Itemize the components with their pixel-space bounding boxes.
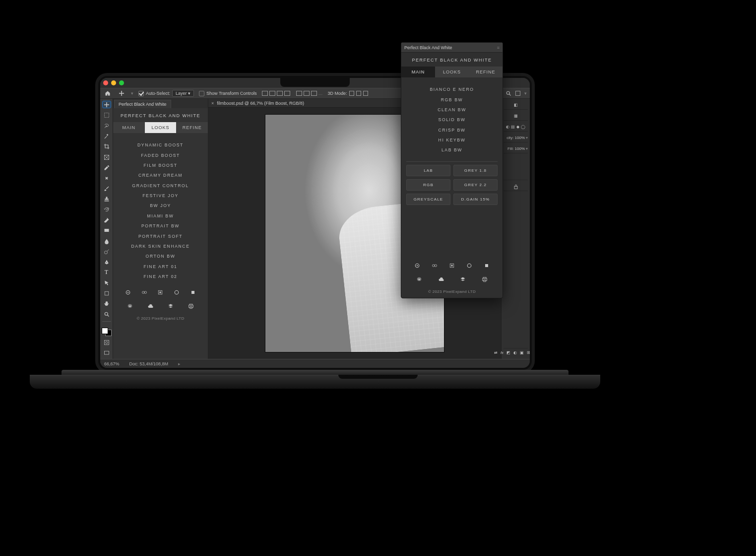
align-icon[interactable] xyxy=(269,91,275,96)
document-tab[interactable]: × filmboost.psd @ 66,7% (Film Boost, RGB… xyxy=(211,101,304,106)
crop-tool-icon[interactable] xyxy=(102,143,111,150)
workspace-icon[interactable] xyxy=(515,91,520,96)
hand-tool-icon[interactable] xyxy=(102,300,111,308)
circle-dot-icon[interactable] xyxy=(125,289,131,295)
bw-method-item[interactable]: SOLID BW xyxy=(401,115,503,125)
align-icon[interactable] xyxy=(284,91,290,96)
tab-looks[interactable]: LOOKS xyxy=(435,67,469,77)
color-panel-icon[interactable]: ◧ xyxy=(504,101,528,110)
look-item[interactable]: PORTRAIT SOFT xyxy=(113,231,208,241)
group-icon[interactable]: ▣ xyxy=(520,350,524,355)
colorspace-button[interactable]: D.GAIN 15% xyxy=(453,194,498,205)
colorspace-button[interactable]: RGB xyxy=(406,179,450,191)
orbit-icon[interactable] xyxy=(349,91,354,96)
distribute-icon[interactable] xyxy=(304,91,310,96)
align-icon[interactable] xyxy=(262,91,268,96)
swatches-panel-icon[interactable]: ▦ xyxy=(504,112,528,121)
stop-icon[interactable] xyxy=(190,289,196,295)
dolly-icon[interactable] xyxy=(363,91,368,96)
link-icon[interactable]: ⇄ xyxy=(494,350,498,355)
opacity-row[interactable]: city:100%▾ xyxy=(504,134,528,142)
float-titlebar[interactable]: Perfect Black And White ≡ xyxy=(401,43,503,53)
eyedropper-tool-icon[interactable] xyxy=(102,164,111,171)
panel-menu-icon[interactable]: ≡ xyxy=(497,45,500,50)
close-icon[interactable]: × xyxy=(211,101,214,106)
foreground-background-swatch[interactable] xyxy=(102,328,112,336)
dodge-tool-icon[interactable] xyxy=(102,248,111,255)
look-item[interactable]: FILM BOOST xyxy=(113,160,208,170)
look-item[interactable]: BW JOY xyxy=(113,201,208,210)
print-icon[interactable] xyxy=(188,303,194,309)
adjustments-row[interactable]: ◐▤◆◯ xyxy=(504,123,528,132)
bw-method-item[interactable]: RGB BW xyxy=(401,94,503,104)
tab-looks[interactable]: LOOKS xyxy=(145,122,177,133)
square-dot-icon[interactable] xyxy=(157,289,163,295)
gear-icon[interactable] xyxy=(127,303,133,309)
look-item[interactable]: DARK SKIN ENHANCE xyxy=(113,241,208,251)
stamp-tool-icon[interactable] xyxy=(102,195,111,203)
print-icon[interactable] xyxy=(482,277,488,282)
circle-dot-icon[interactable] xyxy=(414,263,420,269)
layers-thumb[interactable] xyxy=(504,155,528,180)
wand-tool-icon[interactable] xyxy=(102,133,111,140)
lock-icon[interactable] xyxy=(504,182,528,191)
look-item[interactable]: FADED BOOST xyxy=(113,150,208,160)
layers-icon[interactable] xyxy=(460,277,466,282)
pen-tool-icon[interactable] xyxy=(102,258,111,266)
search-icon[interactable] xyxy=(505,90,511,96)
home-icon[interactable] xyxy=(103,89,112,98)
ring-icon[interactable] xyxy=(466,263,472,269)
look-item[interactable]: FESTIVE JOY xyxy=(113,191,208,201)
look-item[interactable]: DYNAMIC BOOST xyxy=(113,140,208,150)
look-item[interactable]: MIAMI BW xyxy=(113,211,208,221)
link-icon[interactable] xyxy=(432,263,438,269)
look-item[interactable]: ORTON BW xyxy=(113,251,208,261)
panel-tab-pbw[interactable]: Perfect Black And White xyxy=(114,100,171,108)
auto-select-dropdown[interactable]: Layer ▾ xyxy=(172,90,194,97)
fx-icon[interactable]: fx xyxy=(501,350,504,355)
align-icon[interactable] xyxy=(277,91,283,96)
blur-tool-icon[interactable] xyxy=(102,237,111,245)
colorspace-button[interactable]: GREY 1.8 xyxy=(453,165,498,176)
shape-tool-icon[interactable] xyxy=(102,290,111,297)
bw-method-item[interactable]: CRISP BW xyxy=(401,125,503,135)
align-group[interactable]: … xyxy=(262,91,323,96)
close-window-icon[interactable] xyxy=(103,80,108,85)
new-layer-icon[interactable]: ⊞ xyxy=(527,350,530,355)
tab-refine[interactable]: REFINE xyxy=(176,122,208,133)
eraser-tool-icon[interactable] xyxy=(102,216,111,224)
auto-select-toggle[interactable]: Auto-Select: Layer ▾ xyxy=(138,90,194,97)
move-tool-icon[interactable] xyxy=(102,101,111,108)
show-transform-toggle[interactable]: Show Transform Controls xyxy=(199,91,257,96)
frame-tool-icon[interactable] xyxy=(102,153,111,161)
tab-main[interactable]: MAIN xyxy=(113,122,145,133)
healing-tool-icon[interactable] xyxy=(102,174,111,182)
lasso-tool-icon[interactable] xyxy=(102,122,111,130)
status-zoom[interactable]: 66,67% xyxy=(104,361,120,366)
colorspace-button[interactable]: GREY 2.2 xyxy=(453,179,498,191)
bw-method-item[interactable]: BIANCO E NERO xyxy=(401,84,503,94)
zoom-tool-icon[interactable] xyxy=(102,311,111,318)
look-item[interactable]: FINE ART 01 xyxy=(113,262,208,272)
look-item[interactable]: PORTRAIT BW xyxy=(113,221,208,231)
fill-row[interactable]: Fill:100%▾ xyxy=(504,144,528,153)
minimize-window-icon[interactable] xyxy=(111,80,116,85)
cloud-icon[interactable] xyxy=(147,303,153,309)
distribute-icon[interactable] xyxy=(311,91,317,96)
stop-icon[interactable] xyxy=(484,263,490,269)
gear-icon[interactable] xyxy=(416,277,422,282)
bw-method-item[interactable]: HI KEYBW xyxy=(401,135,503,145)
mask-icon[interactable]: ◩ xyxy=(506,350,510,355)
bw-method-item[interactable]: CLEAN BW xyxy=(401,105,503,115)
link-icon[interactable] xyxy=(141,289,147,295)
adjustment-icon[interactable]: ◐ xyxy=(513,350,517,355)
colorspace-button[interactable]: LAB xyxy=(406,165,450,176)
tab-refine[interactable]: REFINE xyxy=(469,67,503,77)
look-item[interactable]: CREAMY DREAM xyxy=(113,170,208,180)
distribute-icon[interactable] xyxy=(296,91,302,96)
look-item[interactable]: GRADIENT CONTROL xyxy=(113,181,208,191)
look-item[interactable]: FINE ART 02 xyxy=(113,272,208,281)
marquee-tool-icon[interactable] xyxy=(102,111,111,119)
move-tool-icon[interactable] xyxy=(117,89,126,98)
cloud-icon[interactable] xyxy=(438,277,444,282)
